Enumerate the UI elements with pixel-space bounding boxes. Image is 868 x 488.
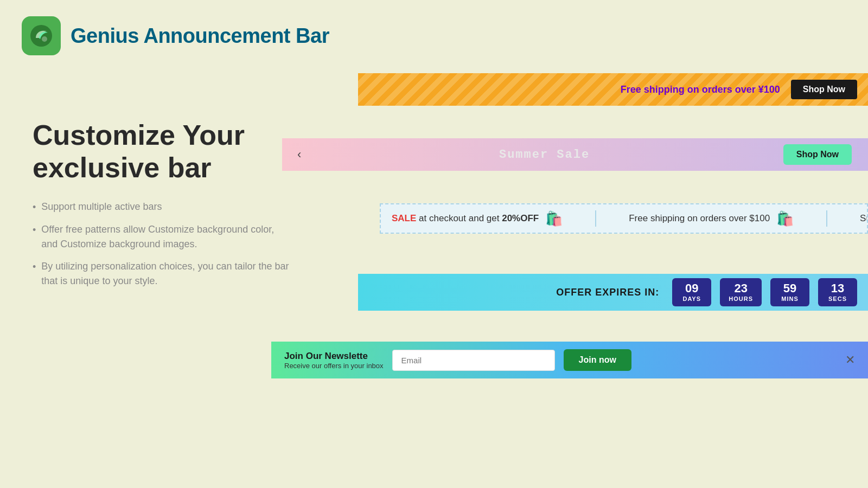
bar-countdown: OFFER EXPIRES IN: 09 DAYS 23 HOURS 59 MI… xyxy=(358,274,868,311)
ticker-scroll: SALE at checkout and get 20%OFF 🛍️ Free … xyxy=(381,210,868,227)
countdown-secs-label: SECS xyxy=(828,296,847,302)
countdown-days-label: DAYS xyxy=(682,296,701,302)
app-logo xyxy=(22,16,61,55)
feature-item-1: Support multiple active bars xyxy=(33,200,293,215)
bar2-text: Summer Sale xyxy=(316,148,772,162)
bar-summer-sale: ‹ Summer Sale Shop Now xyxy=(282,138,868,171)
ticker-divider-1 xyxy=(595,210,596,227)
feature-item-2: Offer free patterns allow Customize back… xyxy=(33,222,293,252)
svg-point-1 xyxy=(42,36,47,42)
newsletter-title: Join Our Newslette xyxy=(284,351,384,362)
newsletter-subtitle: Receive our offers in your inbox xyxy=(284,362,384,370)
left-content-block: Customize Your exclusive bar Support mul… xyxy=(33,119,293,288)
main-heading: Customize Your exclusive bar xyxy=(33,119,293,184)
join-now-button[interactable]: Join now xyxy=(564,349,631,371)
ticker-item-2: Free shipping on orders over $100 🛍️ xyxy=(618,210,805,227)
countdown-label: OFFER EXPIRES IN: xyxy=(556,287,659,298)
ticker-item-1: SALE at checkout and get 20%OFF 🛍️ xyxy=(381,210,573,227)
bar1-shop-now-button[interactable]: Shop Now xyxy=(791,80,857,99)
bar-free-shipping-orange: Free shipping on orders over ¥100 Shop N… xyxy=(358,73,868,106)
countdown-hours: 23 HOURS xyxy=(720,278,762,306)
bar2-prev-button[interactable]: ‹ xyxy=(293,147,305,162)
header: Genius Announcement Bar xyxy=(0,0,868,72)
countdown-mins-label: MINS xyxy=(781,296,799,302)
countdown-days-number: 09 xyxy=(685,282,698,294)
countdown-secs: 13 SECS xyxy=(818,278,857,306)
countdown-hours-number: 23 xyxy=(734,282,747,294)
bar2-shop-now-button[interactable]: Shop Now xyxy=(783,144,852,165)
newsletter-close-button[interactable]: ✕ xyxy=(845,354,855,366)
feature-item-3: By utilizing personalization choices, yo… xyxy=(33,259,293,288)
newsletter-text-block: Join Our Newslette Receive our offers in… xyxy=(284,351,384,370)
countdown-mins: 59 MINS xyxy=(770,278,809,306)
bar-ticker: SALE at checkout and get 20%OFF 🛍️ Free … xyxy=(380,203,868,234)
countdown-days: 09 DAYS xyxy=(672,278,711,306)
countdown-mins-number: 59 xyxy=(783,282,796,294)
feature-list: Support multiple active bars Offer free … xyxy=(33,200,293,288)
bar-newsletter: Join Our Newslette Receive our offers in… xyxy=(271,342,868,378)
app-title: Genius Announcement Bar xyxy=(71,24,329,48)
ticker-item-3: Summer Sale 🛍️ xyxy=(849,210,868,227)
ticker-divider-2 xyxy=(826,210,827,227)
countdown-secs-number: 13 xyxy=(831,282,844,294)
bar1-text: Free shipping on orders over ¥100 xyxy=(621,84,780,95)
newsletter-email-input[interactable] xyxy=(392,350,555,371)
countdown-hours-label: HOURS xyxy=(729,296,753,302)
